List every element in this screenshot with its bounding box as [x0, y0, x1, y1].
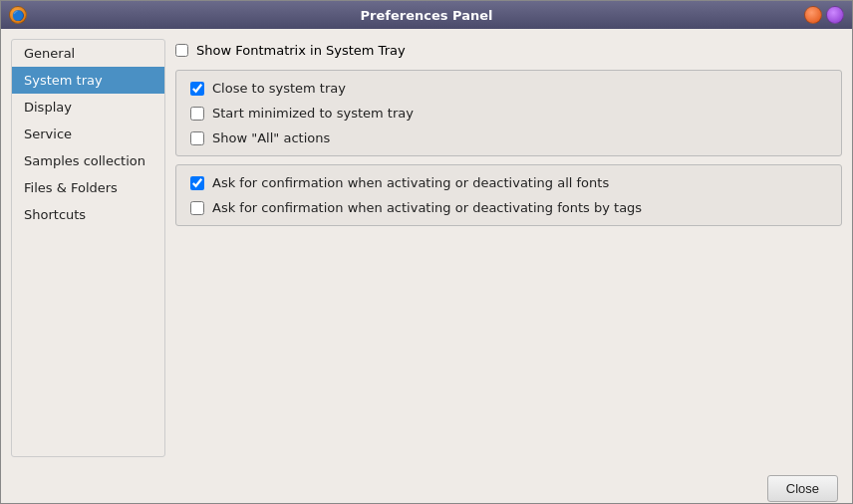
footer: Close — [1, 467, 852, 504]
titlebar-controls-left: 🔵 — [9, 6, 27, 24]
show-systray-row: Show Fontmatrix in System Tray — [175, 39, 842, 62]
window-title: Preferences Panel — [361, 8, 493, 23]
close-to-tray-label[interactable]: Close to system tray — [212, 81, 346, 96]
start-minimized-checkbox[interactable] — [190, 107, 204, 121]
confirm-activate-tags-checkbox[interactable] — [190, 201, 204, 215]
option-row-start-minimized: Start minimized to system tray — [190, 106, 827, 121]
show-all-actions-checkbox[interactable] — [190, 131, 204, 145]
sidebar-item-files-folders[interactable]: Files & Folders — [12, 174, 164, 201]
sidebar-item-display[interactable]: Display — [12, 94, 164, 121]
sidebar-item-service[interactable]: Service — [12, 121, 164, 147]
sidebar-item-samples-collection[interactable]: Samples collection — [12, 147, 164, 174]
option-row-close-to-tray: Close to system tray — [190, 81, 827, 96]
preferences-panel-window: 🔵 Preferences Panel GeneralSystem trayDi… — [0, 0, 853, 504]
option-row-show-all-actions: Show "All" actions — [190, 130, 827, 145]
show-systray-checkbox[interactable] — [175, 44, 188, 57]
sidebar-item-system-tray[interactable]: System tray — [12, 67, 164, 94]
confirm-activate-tags-label[interactable]: Ask for confirmation when activating or … — [212, 200, 642, 215]
titlebar-icon: 🔵 — [9, 6, 27, 24]
sidebar-item-general[interactable]: General — [12, 40, 164, 67]
titlebar-minimize-button[interactable] — [804, 6, 822, 24]
close-to-tray-checkbox[interactable] — [190, 82, 204, 96]
options-box: Close to system trayStart minimized to s… — [175, 70, 842, 156]
show-all-actions-label[interactable]: Show "All" actions — [212, 130, 330, 145]
spacer — [175, 234, 842, 457]
sidebar: GeneralSystem trayDisplayServiceSamples … — [11, 39, 165, 457]
confirmations-box: Ask for confirmation when activating or … — [175, 164, 842, 226]
show-systray-label[interactable]: Show Fontmatrix in System Tray — [196, 43, 406, 58]
close-button[interactable]: Close — [767, 475, 838, 502]
confirm-activate-all-checkbox[interactable] — [190, 176, 204, 190]
sidebar-item-shortcuts[interactable]: Shortcuts — [12, 201, 164, 228]
start-minimized-label[interactable]: Start minimized to system tray — [212, 106, 414, 121]
content-area: GeneralSystem trayDisplayServiceSamples … — [1, 29, 852, 467]
titlebar: 🔵 Preferences Panel — [1, 1, 852, 29]
confirm-row-confirm-activate-tags: Ask for confirmation when activating or … — [190, 200, 827, 215]
titlebar-controls-right — [804, 6, 844, 24]
main-panel: Show Fontmatrix in System Tray Close to … — [175, 39, 842, 457]
titlebar-close-button[interactable] — [826, 6, 844, 24]
confirm-row-confirm-activate-all: Ask for confirmation when activating or … — [190, 175, 827, 190]
confirm-activate-all-label[interactable]: Ask for confirmation when activating or … — [212, 175, 609, 190]
